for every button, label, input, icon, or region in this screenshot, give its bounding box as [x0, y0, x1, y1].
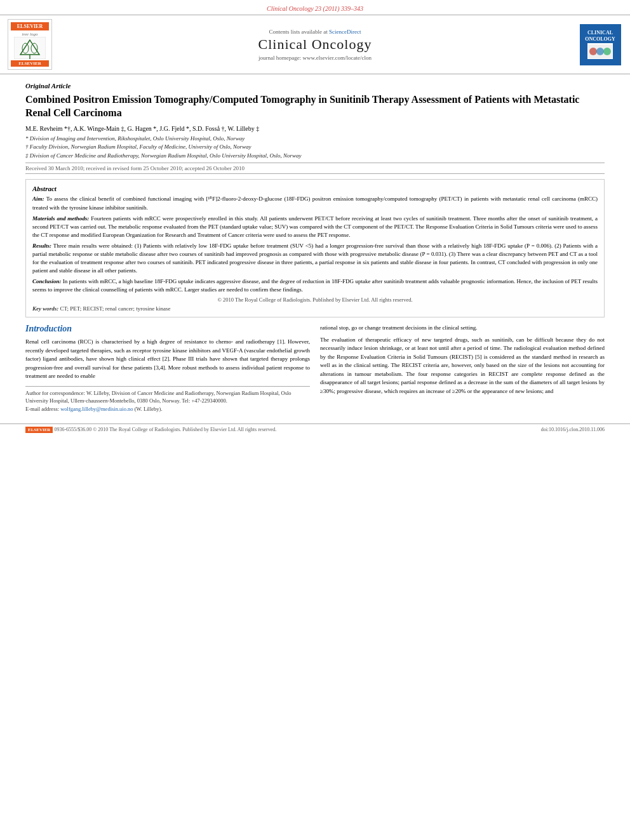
doi-line: doi:10.1016/j.clon.2010.11.006 — [541, 427, 605, 433]
copyright-line: © 2010 The Royal College of Radiologists… — [32, 297, 598, 303]
abstract-body: Aim: To assess the clinical benefit of c… — [32, 195, 598, 294]
elsevier-logo: ELSEVIER tree logo ELSEVIER — [8, 19, 52, 70]
mm-text: Fourteen patients with mRCC were prospec… — [32, 215, 598, 238]
svg-point-8 — [603, 48, 611, 55]
article-type-label: Original Article — [25, 82, 605, 90]
introduction-body-left: Renal cell carcinoma (RCC) is characteri… — [25, 338, 310, 381]
abstract-mm: Materials and methods: Fourteen patients… — [32, 215, 598, 239]
abstract-title: Abstract — [32, 185, 598, 192]
footnote-email: E-mail address: wolfgang.lilleby@medisin… — [25, 405, 310, 413]
journal-name: Clinical Oncology — [58, 36, 572, 53]
contents-available-line: Contents lists available at ScienceDirec… — [58, 29, 572, 35]
conclusion-label: Conclusion: — [32, 278, 62, 284]
aim-label: Aim: — [32, 196, 44, 202]
issn-line: ELSEVIER 0936-6555/$36.00 © 2010 The Roy… — [25, 427, 276, 433]
keywords-line: Key words: CT; PET; RECIST; renal cancer… — [32, 305, 598, 312]
results-text: Three main results were obtained: (1) Pa… — [32, 243, 598, 274]
results-label: Results: — [32, 243, 51, 249]
email-suffix: (W. Lilleby). — [135, 406, 163, 412]
bottom-bar: ELSEVIER 0936-6555/$36.00 © 2010 The Roy… — [0, 423, 630, 436]
authors-line: M.E. Revheim *†, A.K. Winge-Main ‡, G. H… — [25, 125, 605, 132]
sciencedirect-link[interactable]: ScienceDirect — [329, 29, 361, 35]
intro-para-1: Renal cell carcinoma (RCC) is characteri… — [25, 338, 310, 381]
email-link[interactable]: wolfgang.lilleby@medisin.uio.no — [60, 406, 133, 412]
journal-meta-bar: ELSEVIER tree logo ELSEVIER Contents lis… — [0, 15, 630, 74]
clinical-oncology-logo: CLINICALONCOLOGY — [578, 24, 622, 65]
footnote-author: Author for correspondence: W. Lilleby, D… — [25, 389, 310, 406]
email-label: E-mail address: — [25, 406, 59, 412]
issn-text: 0936-6555/$36.00 © 2010 The Royal Colleg… — [54, 427, 276, 432]
affiliations: * Division of Imaging and Intervention, … — [25, 135, 605, 161]
abstract-results: Results: Three main results were obtaine… — [32, 242, 598, 275]
article-title: Combined Positron Emission Tomography/Co… — [25, 93, 605, 120]
article-content: Original Article Combined Positron Emiss… — [0, 74, 630, 423]
affiliation-1: * Division of Imaging and Intervention, … — [25, 135, 245, 142]
co-logo-box: CLINICALONCOLOGY — [580, 24, 621, 65]
mm-label: Materials and methods: — [32, 215, 89, 222]
svg-point-6 — [589, 48, 597, 55]
introduction-title: Introduction — [25, 324, 310, 334]
introduction-left: Introduction Renal cell carcinoma (RCC) … — [25, 324, 310, 413]
svg-point-7 — [596, 48, 604, 55]
abstract-aim: Aim: To assess the clinical benefit of c… — [32, 195, 598, 211]
introduction-section: Introduction Renal cell carcinoma (RCC) … — [25, 324, 605, 413]
keywords-label: Key words: — [32, 305, 58, 312]
right-para-1: rational stop, go or change treatment de… — [320, 324, 605, 333]
received-line: Received 30 March 2010; received in revi… — [25, 163, 605, 174]
aim-text: To assess the clinical benefit of combin… — [32, 196, 598, 210]
abstract-section: Abstract Aim: To assess the clinical ben… — [25, 179, 605, 317]
conclusion-text: In patients with mRCC, a high baseline 1… — [32, 278, 598, 293]
affiliation-3: ‡ Division of Cancer Medicine and Radiot… — [25, 152, 301, 159]
journal-homepage-line: journal homepage: www.elsevier.com/locat… — [58, 55, 572, 61]
affiliation-2: † Faculty Division, Norwegian Radium Hos… — [25, 143, 251, 150]
abstract-conclusion: Conclusion: In patients with mRCC, a hig… — [32, 277, 598, 294]
introduction-right: rational stop, go or change treatment de… — [320, 324, 605, 413]
keywords-text: CT; PET; RECIST; renal cancer; tyrosine … — [60, 305, 171, 312]
right-para-2: The evaluation of therapeutic efficacy o… — [320, 336, 605, 396]
journal-title-block: Contents lists available at ScienceDirec… — [58, 29, 572, 61]
elsevier-logo-bottom: ELSEVIER — [25, 427, 53, 433]
footnote-section: Author for correspondence: W. Lilleby, D… — [25, 386, 310, 413]
journal-reference: Clinical Oncology 23 (2011) 339–343 — [0, 0, 630, 15]
introduction-body-right: rational stop, go or change treatment de… — [320, 324, 605, 396]
